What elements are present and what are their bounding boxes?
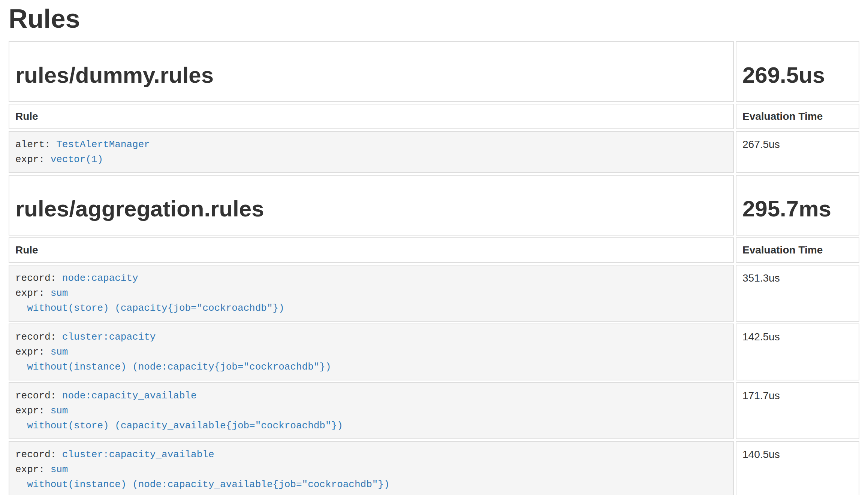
- group-eval-time: 295.7ms: [742, 197, 853, 221]
- rule-link[interactable]: sum: [51, 288, 68, 299]
- rule-row: alert: TestAlertManagerexpr: vector(1)26…: [9, 131, 859, 173]
- rule-keyword: expr:: [15, 154, 51, 165]
- rule-link[interactable]: without(instance) (node:capacity_availab…: [27, 479, 389, 490]
- rule-code: record: node:capacityexpr: sum without(s…: [15, 271, 727, 316]
- rule-row: record: node:capacityexpr: sum without(s…: [9, 265, 859, 322]
- group-eval-time: 269.5us: [742, 63, 853, 88]
- rule-keyword: record:: [15, 273, 62, 284]
- rule-link[interactable]: TestAlertManager: [56, 139, 150, 150]
- rule-code-line: expr: sum: [15, 462, 727, 477]
- group-file-name: rules/dummy.rules: [15, 63, 727, 88]
- group-file-cell: rules/dummy.rules: [9, 41, 734, 102]
- rule-code-line: alert: TestAlertManager: [15, 137, 727, 152]
- rule-eval-time: 171.7us: [742, 390, 780, 401]
- rule-eval-time-cell: 142.5us: [736, 324, 859, 380]
- rule-link[interactable]: cluster:capacity_available: [62, 449, 214, 460]
- rule-code: record: cluster:capacity_availableexpr: …: [15, 447, 727, 492]
- rule-cell: record: cluster:capacity_availableexpr: …: [9, 441, 734, 495]
- evaluation-time-column-header: Evaluation Time: [736, 237, 859, 263]
- rule-code-line: record: cluster:capacity: [15, 330, 727, 344]
- rule-keyword: alert:: [15, 139, 56, 150]
- rule-eval-time: 142.5us: [742, 331, 780, 343]
- rule-keyword: expr:: [15, 405, 51, 416]
- rule-code-line: expr: sum: [15, 286, 727, 301]
- evaluation-time-column-header: Evaluation Time: [736, 104, 859, 129]
- rules-table: rules/dummy.rules269.5usRuleEvaluation T…: [7, 39, 861, 495]
- rule-eval-time-cell: 351.3us: [736, 265, 859, 322]
- rule-eval-time: 267.5us: [742, 139, 780, 150]
- rule-cell: record: node:capacity_availableexpr: sum…: [9, 382, 734, 439]
- rule-code-line: without(store) (capacity_available{job="…: [15, 418, 727, 433]
- rule-eval-time: 140.5us: [742, 449, 780, 460]
- rule-link[interactable]: without(instance) (node:capacity{job="co…: [27, 361, 331, 373]
- rule-keyword: [15, 479, 27, 490]
- rule-eval-time-cell: 171.7us: [736, 382, 859, 439]
- group-header-row: rules/aggregation.rules295.7ms: [9, 175, 859, 236]
- rule-code-line: without(store) (capacity{job="cockroachd…: [15, 301, 727, 316]
- rule-cell: record: node:capacityexpr: sum without(s…: [9, 265, 734, 322]
- group-eval-time-cell: 295.7ms: [736, 175, 859, 236]
- rule-eval-time: 351.3us: [742, 272, 780, 284]
- rule-keyword: record:: [15, 331, 62, 343]
- rule-code-line: expr: vector(1): [15, 152, 727, 167]
- rule-link[interactable]: node:capacity_available: [62, 390, 197, 401]
- group-eval-time-cell: 269.5us: [736, 41, 859, 102]
- rule-link[interactable]: vector(1): [51, 154, 103, 165]
- group-file-name: rules/aggregation.rules: [15, 197, 727, 221]
- rule-code-line: record: cluster:capacity_available: [15, 447, 727, 462]
- rule-eval-time-cell: 140.5us: [736, 441, 859, 495]
- rule-keyword: [15, 420, 27, 431]
- rule-link[interactable]: sum: [51, 405, 68, 416]
- rule-cell: alert: TestAlertManagerexpr: vector(1): [9, 131, 734, 173]
- rule-link[interactable]: without(store) (capacity_available{job="…: [27, 420, 343, 431]
- rule-code: record: node:capacity_availableexpr: sum…: [15, 388, 727, 433]
- rule-link[interactable]: cluster:capacity: [62, 331, 156, 343]
- rule-link[interactable]: sum: [51, 464, 68, 475]
- rule-keyword: record:: [15, 449, 62, 460]
- column-header-row: RuleEvaluation Time: [9, 237, 859, 263]
- rules-page: Rules rules/dummy.rules269.5usRuleEvalua…: [9, 4, 859, 495]
- page-title: Rules: [9, 4, 859, 33]
- rule-link[interactable]: sum: [51, 346, 68, 358]
- rule-eval-time-cell: 267.5us: [736, 131, 859, 173]
- rule-row: record: cluster:capacity_availableexpr: …: [9, 441, 859, 495]
- rule-column-header: Rule: [9, 237, 734, 263]
- rule-code-line: record: node:capacity: [15, 271, 727, 286]
- rule-code: record: cluster:capacityexpr: sum withou…: [15, 330, 727, 374]
- rule-code: alert: TestAlertManagerexpr: vector(1): [15, 137, 727, 167]
- rule-keyword: [15, 361, 27, 373]
- rule-code-line: record: node:capacity_available: [15, 388, 727, 403]
- group-file-cell: rules/aggregation.rules: [9, 175, 734, 236]
- rule-keyword: [15, 303, 27, 314]
- rule-cell: record: cluster:capacityexpr: sum withou…: [9, 324, 734, 380]
- rule-column-header: Rule: [9, 104, 734, 129]
- rule-keyword: expr:: [15, 464, 51, 475]
- rule-keyword: record:: [15, 390, 62, 401]
- rule-link[interactable]: without(store) (capacity{job="cockroachd…: [27, 303, 284, 314]
- rule-row: record: node:capacity_availableexpr: sum…: [9, 382, 859, 439]
- column-header-row: RuleEvaluation Time: [9, 104, 859, 129]
- rule-code-line: without(instance) (node:capacity_availab…: [15, 477, 727, 492]
- rule-link[interactable]: node:capacity: [62, 273, 138, 284]
- rule-row: record: cluster:capacityexpr: sum withou…: [9, 324, 859, 380]
- rule-code-line: expr: sum: [15, 403, 727, 418]
- rule-code-line: expr: sum: [15, 344, 727, 359]
- rule-keyword: expr:: [15, 288, 51, 299]
- rule-keyword: expr:: [15, 346, 51, 358]
- rule-code-line: without(instance) (node:capacity{job="co…: [15, 359, 727, 374]
- group-header-row: rules/dummy.rules269.5us: [9, 41, 859, 102]
- rules-table-body: rules/dummy.rules269.5usRuleEvaluation T…: [9, 41, 859, 495]
